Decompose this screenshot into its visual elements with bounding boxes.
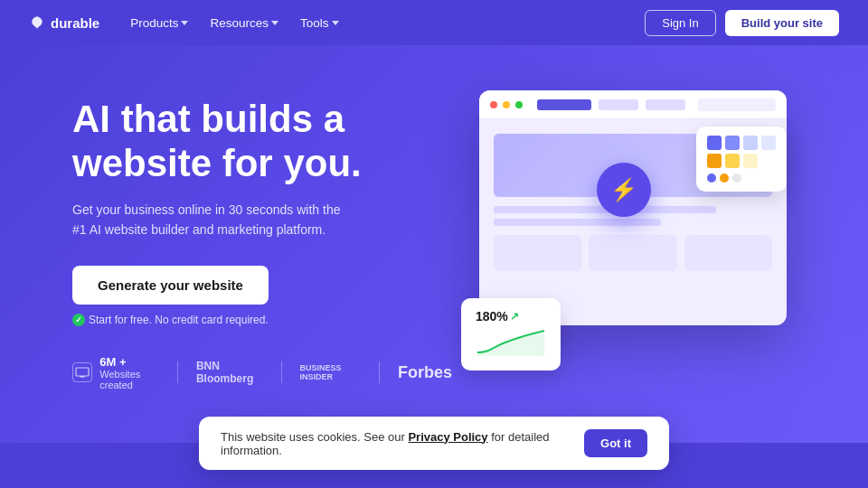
browser-url-bar	[698, 99, 776, 111]
nav-tools[interactable]: Tools	[291, 11, 348, 35]
cookie-text: This website uses cookies. See our Priva…	[221, 430, 573, 457]
palette-dots	[707, 174, 776, 183]
browser-card	[589, 235, 676, 271]
generate-website-button[interactable]: Generate your website	[72, 266, 269, 305]
browser-bar	[479, 90, 787, 119]
forbes-logo: Forbes	[398, 363, 452, 382]
navbar: durable Products Resources Tools Sign In…	[0, 0, 868, 45]
hero-title: AI that builds a website for you.	[72, 98, 452, 185]
privacy-policy-link[interactable]: Privacy Policy	[408, 430, 487, 444]
websites-stat: 6M + Websites created	[72, 355, 159, 390]
hero-section: AI that builds a website for you. Get yo…	[0, 45, 868, 443]
hero-illustration: ⚡ 180% ↗	[452, 72, 796, 416]
swatch	[725, 154, 740, 168]
chevron-down-icon	[181, 21, 188, 25]
palette-card	[696, 127, 787, 192]
lightning-icon: ⚡	[610, 177, 637, 202]
palette-grid	[707, 136, 776, 168]
cookie-banner: This website uses cookies. See our Priva…	[199, 417, 669, 470]
browser-tab	[599, 99, 638, 110]
logo[interactable]: durable	[29, 14, 99, 31]
divider	[281, 361, 282, 383]
nav-links: Products Resources Tools	[121, 11, 645, 35]
browser-tab	[646, 99, 685, 110]
dot-green	[515, 101, 523, 108]
chevron-down-icon	[271, 21, 278, 25]
stats-chart	[476, 327, 546, 356]
press-logos: 6M + Websites created BNN Bloomberg BUSI…	[72, 355, 452, 390]
bnn-logo: BNN Bloomberg	[196, 360, 263, 385]
dot-red	[490, 101, 497, 108]
monitor-icon	[72, 362, 92, 382]
swatch	[743, 136, 758, 150]
divider	[379, 361, 380, 383]
hero-left: AI that builds a website for you. Get yo…	[72, 98, 452, 389]
divider	[177, 361, 178, 383]
nav-resources[interactable]: Resources	[201, 11, 288, 35]
swatch	[761, 136, 776, 150]
stats-card: 180% ↗	[461, 298, 561, 371]
nav-products[interactable]: Products	[121, 11, 197, 35]
build-site-button[interactable]: Build your site	[725, 10, 839, 36]
browser-tab-active	[537, 99, 591, 110]
swatch	[725, 136, 740, 150]
browser-cards	[494, 235, 772, 271]
signin-button[interactable]: Sign In	[645, 10, 715, 36]
palette-dot	[707, 174, 716, 183]
palette-dot	[720, 174, 729, 183]
dot-yellow	[503, 101, 510, 108]
browser-tabs	[537, 99, 685, 110]
stats-percent: 180% ↗	[476, 309, 546, 324]
swatch	[707, 154, 722, 168]
free-note: ✓ Start for free. No credit card require…	[72, 314, 452, 326]
cookie-accept-button[interactable]: Got it	[584, 429, 647, 457]
swatch	[743, 154, 758, 168]
ai-icon: ⚡	[597, 163, 651, 217]
content-line	[494, 219, 661, 226]
svg-rect-0	[76, 368, 89, 376]
business-insider-logo: BUSINESS INSIDER	[300, 363, 362, 381]
arrow-up-icon: ↗	[510, 310, 519, 323]
browser-card	[684, 235, 772, 271]
nav-actions: Sign In Build your site	[645, 10, 839, 36]
swatch	[707, 136, 722, 150]
checkmark-icon: ✓	[72, 314, 85, 326]
palette-dot	[732, 174, 741, 183]
chevron-down-icon	[332, 21, 339, 25]
hero-subtitle: Get your business online in 30 seconds w…	[72, 200, 344, 240]
logo-text: durable	[51, 15, 99, 31]
browser-card	[494, 235, 581, 271]
swatch	[761, 154, 776, 168]
